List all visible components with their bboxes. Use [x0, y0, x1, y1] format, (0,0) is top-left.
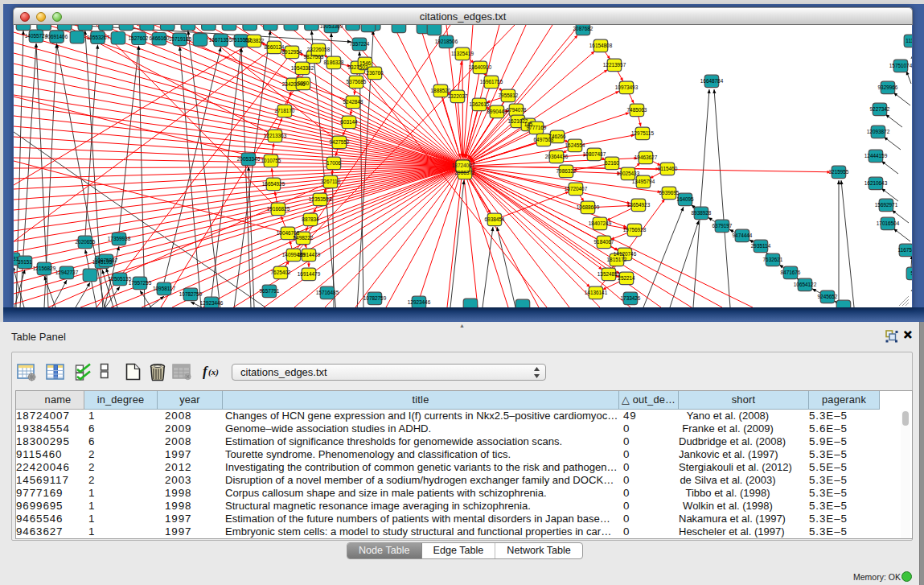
svg-text:803144: 803144 [340, 119, 358, 125]
svg-text:9427552: 9427552 [330, 139, 350, 145]
svg-text:1888520: 1888520 [431, 88, 451, 93]
svg-text:2718170: 2718170 [275, 108, 295, 113]
svg-text:16654925: 16654925 [262, 181, 285, 187]
svg-text:10958117: 10958117 [153, 286, 175, 291]
svg-text:164095: 164095 [676, 196, 694, 202]
svg-text:10553267: 10553267 [87, 35, 110, 40]
svg-text:1624554: 1624554 [565, 142, 585, 148]
svg-text:7163822: 7163822 [244, 38, 265, 43]
svg-text:16914479: 16914479 [298, 271, 321, 277]
svg-text:8990443: 8990443 [487, 109, 507, 114]
svg-text:7986322: 7986322 [556, 168, 577, 174]
svg-text:10975887: 10975887 [95, 257, 118, 263]
svg-text:18407249: 18407249 [589, 220, 612, 226]
svg-text:1010755: 1010755 [261, 158, 281, 163]
svg-text:10782759: 10782759 [363, 295, 387, 301]
svg-text:12353594: 12353594 [309, 196, 332, 202]
svg-text:15692971: 15692971 [875, 202, 898, 208]
svg-text:17957255: 17957255 [129, 280, 152, 286]
svg-text:15751074: 15751074 [889, 63, 912, 68]
svg-text:116753: 116753 [898, 247, 912, 253]
svg-text:1322037: 1322037 [448, 93, 468, 99]
svg-text:15720407: 15720407 [565, 186, 588, 192]
svg-text:(x): (x) [208, 367, 219, 377]
svg-text:5498222: 5498222 [294, 235, 314, 241]
svg-text:8471676: 8471676 [781, 270, 801, 275]
svg-text:12444159: 12444159 [864, 153, 888, 159]
svg-text:12213363: 12213363 [264, 133, 287, 138]
svg-text:6938454: 6938454 [485, 216, 505, 222]
svg-text:12093872: 12093872 [867, 129, 890, 134]
svg-text:19756928: 19756928 [623, 227, 647, 233]
svg-text:10719185: 10719185 [169, 36, 192, 42]
svg-text:2087682: 2087682 [573, 26, 593, 31]
svg-text:3267110: 3267110 [321, 179, 341, 184]
svg-text:10688609: 10688609 [577, 204, 600, 210]
svg-text:19166825: 19166825 [267, 206, 290, 212]
svg-text:5242848: 5242848 [343, 99, 363, 105]
svg-text:16671355: 16671355 [209, 37, 232, 43]
svg-text:1527602: 1527602 [129, 35, 149, 41]
svg-text:16648784: 16648784 [700, 78, 724, 84]
svg-text:7485063: 7485063 [627, 107, 647, 113]
svg-text:2935114: 2935114 [751, 243, 771, 249]
svg-text:13654923: 13654923 [627, 202, 651, 208]
svg-text:16961755: 16961755 [480, 79, 503, 84]
svg-text:8912954: 8912954 [282, 49, 302, 55]
svg-text:252214: 252214 [618, 275, 635, 281]
svg-text:10973493: 10973493 [615, 84, 639, 90]
svg-text:9777169: 9777169 [527, 125, 547, 130]
svg-text:1733426: 1733426 [621, 295, 641, 301]
svg-text:7625402: 7625402 [271, 270, 291, 275]
svg-text:16154808: 16154808 [589, 43, 613, 48]
svg-text:9329966: 9329966 [878, 84, 898, 90]
svg-text:1546: 1546 [359, 60, 372, 66]
svg-text:18724007: 18724007 [452, 163, 475, 168]
svg-text:19218506: 19218506 [435, 39, 458, 44]
svg-text:12213957: 12213957 [603, 62, 626, 68]
svg-text:10053309: 10053309 [320, 25, 343, 29]
svg-text:887834: 887834 [302, 216, 319, 222]
svg-text:1112: 1112 [906, 38, 912, 43]
svg-text:5375685: 5375685 [347, 79, 367, 84]
svg-text:2986372: 2986372 [455, 170, 475, 175]
svg-text:9474444: 9474444 [733, 233, 753, 238]
svg-text:10807487: 10807487 [583, 151, 606, 157]
svg-text:10654122: 10654122 [794, 282, 817, 287]
svg-text:9227342: 9227342 [870, 106, 890, 112]
svg-text:53: 53 [910, 270, 912, 276]
svg-text:16210643: 16210643 [864, 180, 888, 186]
svg-text:14136141: 14136141 [585, 290, 608, 295]
svg-text:10025433: 10025433 [617, 171, 640, 176]
svg-text:1815172: 1815172 [607, 257, 627, 262]
svg-text:17016504: 17016504 [877, 220, 900, 226]
svg-text:7955812: 7955812 [499, 93, 519, 98]
svg-text:10543382: 10543382 [291, 65, 314, 71]
svg-text:8938928: 8938928 [692, 210, 712, 216]
svg-text:6939695: 6939695 [659, 190, 680, 196]
svg-text:20364436: 20364436 [545, 154, 569, 159]
svg-text:12923446: 12923446 [200, 300, 224, 306]
svg-text:10782759: 10782759 [179, 291, 203, 297]
svg-text:19463627: 19463627 [634, 154, 658, 160]
svg-text:6379197: 6379197 [713, 223, 733, 229]
svg-text:13524851: 13524851 [598, 271, 621, 277]
svg-text:1362615: 1362615 [470, 101, 490, 107]
svg-text:9827503: 9827503 [304, 54, 324, 60]
svg-text:20691406: 20691406 [45, 34, 68, 39]
svg-text:62160: 62160 [605, 160, 619, 166]
svg-text:12923446: 12923446 [408, 299, 431, 305]
svg-text:7357224: 7357224 [350, 41, 370, 47]
svg-text:18640910: 18640910 [469, 64, 492, 70]
svg-text:17359938: 17359938 [108, 236, 131, 241]
svg-text:9115460: 9115460 [658, 166, 678, 171]
svg-text:12156829: 12156829 [33, 266, 56, 271]
svg-text:12975115: 12975115 [631, 130, 654, 136]
svg-text:16914479: 16914479 [298, 252, 321, 257]
svg-text:7632621: 7632621 [763, 257, 783, 262]
svg-text:6466160: 6466160 [150, 35, 170, 41]
svg-text:12942737: 12942737 [55, 270, 79, 275]
svg-text:2020655: 2020655 [76, 239, 96, 245]
svg-text:6794078: 6794078 [507, 107, 527, 113]
svg-text:8186328: 8186328 [324, 60, 344, 65]
